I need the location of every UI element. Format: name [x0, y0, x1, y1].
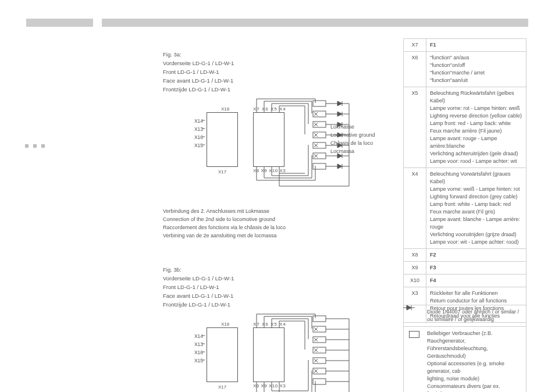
svg-rect-13 — [313, 337, 326, 343]
svg-rect-3 — [313, 132, 326, 138]
svg-rect-12 — [313, 326, 326, 332]
cell-x5: X5 — [404, 87, 426, 168]
cell-x9-val: F3 — [426, 262, 526, 275]
fig3b-line2: Front LD-G-1 / LD-W-1 — [163, 283, 384, 291]
fig-3a: Fig. 3a: Vorderseite LD-G-1 / LD-W-1 Fro… — [163, 50, 384, 240]
fig-3b: Fig. 3b: Vorderseite LD-G-1 / LD-W-1 Fro… — [163, 265, 384, 392]
fig3a-caption: Verbindung des 2. Anschlusses mit Lokmas… — [163, 207, 384, 240]
figures-column: Fig. 3a: Vorderseite LD-G-1 / LD-W-1 Fro… — [163, 50, 384, 392]
cell-x10-val: F4 — [426, 275, 526, 287]
svg-rect-2 — [313, 122, 326, 127]
svg-rect-0 — [313, 101, 326, 106]
fig3a-line4: Frontzijde LD-G-1 / LD-W-1 — [163, 85, 384, 94]
svg-rect-14 — [313, 347, 326, 353]
svg-rect-15 — [313, 358, 326, 364]
diode-icon — [407, 308, 421, 323]
cell-x7-val: F1 — [426, 39, 526, 52]
chip-left — [207, 327, 238, 382]
fig3a-cap4: Verbining van de 2e aansluiting met de l… — [163, 231, 384, 240]
fig3a-title: Fig. 3a: Vorderseite LD-G-1 / LD-W-1 Fro… — [163, 50, 384, 94]
pin-reference-table: X7F1 X6"function" an/aus "function"on/of… — [403, 38, 526, 323]
fig3b-heading: Fig. 3b: — [163, 265, 384, 274]
fig3a-line1: Vorderseite LD-G-1 / LD-W-1 — [163, 59, 384, 67]
fig3a-schematic: X14 X13 X16 X15 X18 X17 X7 X6 X5 X4 X8 X… — [163, 96, 384, 204]
legend-diode: Diode 1N4007 oder ähnlich / or similar /… — [403, 305, 526, 327]
cell-x4: X4 — [404, 168, 426, 249]
fig3b-bot-pins: X8 X9 X10 X3 — [253, 383, 286, 389]
svg-rect-17 — [313, 379, 326, 384]
fig3a-ground-label: Lokmasse Locomotive ground Châssis de la… — [330, 123, 375, 155]
fig3b-top-pins: X7 X6 X5 X4 — [253, 322, 286, 327]
svg-rect-11 — [313, 316, 326, 322]
cell-x8-val: F2 — [426, 249, 526, 262]
header-bar-right — [102, 19, 528, 27]
svg-rect-16 — [313, 368, 326, 374]
margin-dots — [25, 144, 45, 148]
chip-right — [253, 327, 284, 382]
cell-x10: X10 — [404, 275, 426, 287]
svg-rect-1 — [313, 111, 326, 117]
fig3a-cap2: Connection of the 2nd side to locomotive… — [163, 215, 384, 223]
header-bar-left — [26, 19, 93, 27]
legend: Diode 1N4007 oder ähnlich / or similar /… — [403, 305, 526, 392]
fig3a-bot-pins: X8 X9 X10 X3 — [253, 168, 286, 173]
fig3a-x18: X18 — [221, 106, 229, 112]
cell-x6: X6 — [404, 52, 426, 87]
fig3b-line4: Frontzijde LD-G-1 / LD-W-1 — [163, 300, 384, 309]
chip-right — [253, 112, 284, 167]
page: Fig. 3a: Vorderseite LD-G-1 / LD-W-1 Fro… — [0, 0, 555, 392]
fig3b-x17: X17 — [218, 384, 226, 390]
fig3a-cap3: Raccordement des fonctions via le châssi… — [163, 223, 384, 231]
svg-rect-6 — [313, 163, 326, 169]
cell-x9: X9 — [404, 262, 426, 275]
fig3b-line1: Vorderseite LD-G-1 / LD-W-1 — [163, 274, 384, 283]
svg-rect-5 — [313, 153, 326, 159]
cell-x6-val: "function" an/aus "function"on/off "func… — [426, 52, 526, 87]
fig3a-line3: Face avant LD-G-1 / LD-W-1 — [163, 76, 384, 85]
fig3a-top-pins: X7 X6 X5 X4 — [253, 106, 286, 112]
legend-consumer: Beliebiger Verbraucher (z.B. Rauchgenera… — [403, 327, 526, 392]
fig3a-left-pins: X14 X13 X16 X15 — [189, 117, 203, 149]
fig3a-x17: X17 — [218, 169, 226, 174]
chip-left — [207, 112, 238, 167]
fig3a-line2: Front LD-G-1 / LD-W-1 — [163, 67, 384, 76]
cell-x4-val: Beleuchtung Vorwärtsfahrt (graues Kabel)… — [426, 168, 526, 249]
svg-rect-4 — [313, 142, 326, 148]
fig3b-left-pins: X14 X13 X16 X15 — [189, 332, 203, 365]
fig3b-x18: X18 — [221, 322, 229, 327]
fig3b-schematic: X14 X13 X16 X15 X18 X17 X7 X6 X5 X4 X8 X… — [163, 311, 384, 392]
cell-x8: X8 — [404, 249, 426, 262]
fig3b-title: Fig. 3b: Vorderseite LD-G-1 / LD-W-1 Fro… — [163, 265, 384, 309]
legend-diode-text: Diode 1N4007 oder ähnlich / or similar /… — [427, 308, 519, 323]
cell-x7: X7 — [404, 39, 426, 52]
legend-consumer-text: Beliebiger Verbraucher (z.B. Rauchgenera… — [427, 330, 522, 392]
fig3a-cap1: Verbindung des 2. Anschlusses mit Lokmas… — [163, 207, 384, 215]
cell-x5-val: Beleuchtung Rückwärtsfahrt (gelbes Kabel… — [426, 87, 526, 168]
consumer-box-icon — [407, 330, 421, 392]
fig3b-line3: Face avant LD-G-1 / LD-W-1 — [163, 291, 384, 300]
fig3a-heading: Fig. 3a: — [163, 50, 384, 59]
